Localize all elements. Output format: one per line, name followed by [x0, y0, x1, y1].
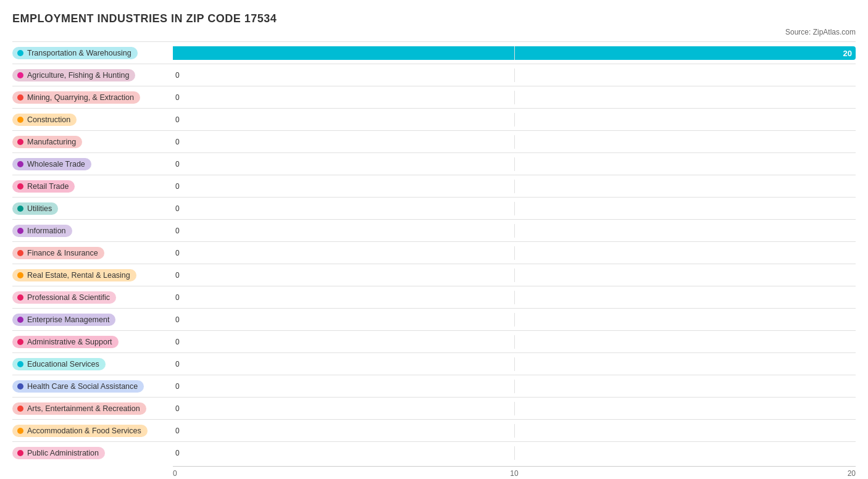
- bar-container: 0: [173, 335, 856, 349]
- grid-line-icon: [514, 180, 515, 193]
- bar-row: Agriculture, Fishing & Hunting0: [12, 64, 856, 86]
- bar-container: 0: [173, 135, 856, 149]
- label-area: Public Administration: [12, 447, 173, 459]
- bar-label: Information: [27, 227, 66, 235]
- label-dot-icon: [17, 117, 23, 123]
- bar-row: Retail Trade0: [12, 175, 856, 197]
- bar-row: Enterprise Management0: [12, 308, 856, 330]
- source-label: Source: ZipAtlas.com: [12, 28, 856, 36]
- label-area: Information: [12, 225, 173, 237]
- grid-line-icon: [514, 446, 515, 460]
- bar-label: Enterprise Management: [27, 315, 109, 324]
- bar-container: 0: [173, 269, 856, 282]
- label-area: Administrative & Support: [12, 336, 173, 348]
- bar-container: 0: [173, 291, 856, 304]
- bar-label: Professional & Scientific: [27, 293, 110, 302]
- bar-row: Health Care & Social Assistance0: [12, 375, 856, 397]
- bar-row: Mining, Quarrying, & Extraction0: [12, 86, 856, 108]
- label-area: Professional & Scientific: [12, 291, 173, 304]
- label-area: Finance & Insurance: [12, 247, 173, 259]
- label-area: Retail Trade: [12, 180, 173, 193]
- bar-row: Finance & Insurance0: [12, 241, 856, 264]
- bar-value: 0: [175, 182, 180, 191]
- label-dot-icon: [17, 228, 23, 234]
- label-dot-icon: [17, 50, 23, 56]
- chart-title: EMPLOYMENT INDUSTRIES IN ZIP CODE 17534: [12, 12, 856, 25]
- bar-container: 0: [173, 113, 856, 127]
- grid-line-icon: [514, 135, 515, 149]
- grid-line-icon: [514, 157, 515, 171]
- x-axis-label: 10: [401, 467, 628, 478]
- label-dot-icon: [17, 183, 23, 190]
- bar-value: 0: [175, 93, 180, 102]
- bar-row: Information0: [12, 219, 856, 241]
- label-dot-icon: [17, 206, 23, 212]
- bar-value: 0: [175, 449, 180, 457]
- grid-line-icon: [514, 269, 515, 282]
- bar-row: Transportation & Warehousing20: [12, 41, 856, 64]
- bar-row: Manufacturing0: [12, 130, 856, 152]
- bar-label: Utilities: [27, 204, 52, 213]
- grid-line-icon: [514, 246, 515, 260]
- grid-line-icon: [514, 91, 515, 104]
- bar-container: 0: [173, 91, 856, 104]
- bar-value: 0: [175, 160, 180, 169]
- bar-value: 0: [175, 138, 180, 146]
- bar-row: Wholesale Trade0: [12, 152, 856, 175]
- label-area: Mining, Quarrying, & Extraction: [12, 91, 173, 104]
- bar-row: Accommodation & Food Services0: [12, 419, 856, 441]
- grid-line-icon: [514, 380, 515, 393]
- bar-row: Administrative & Support0: [12, 330, 856, 352]
- bar-label: Real Estate, Rental & Leasing: [27, 271, 130, 280]
- x-axis-label: 20: [628, 467, 856, 478]
- label-area: Manufacturing: [12, 136, 173, 148]
- label-dot-icon: [17, 339, 23, 345]
- grid-line-icon: [514, 202, 515, 215]
- bar-container: 0: [173, 246, 856, 260]
- bar-container: 0: [173, 224, 856, 238]
- grid-line-icon: [514, 335, 515, 349]
- grid-line-icon: [514, 313, 515, 327]
- bar-row: Public Administration0: [12, 441, 856, 464]
- bar-label: Educational Services: [27, 360, 99, 369]
- bar-value: 0: [175, 293, 180, 302]
- bar-value: 0: [175, 271, 180, 280]
- bar-label: Mining, Quarrying, & Extraction: [27, 93, 134, 102]
- label-dot-icon: [17, 94, 23, 101]
- bar-container: 0: [173, 157, 856, 171]
- grid-line-icon: [514, 46, 515, 60]
- bar-label: Construction: [27, 115, 70, 124]
- label-area: Agriculture, Fishing & Hunting: [12, 69, 173, 81]
- bar-label: Retail Trade: [27, 182, 69, 191]
- bar-container: 20: [173, 46, 856, 60]
- label-area: Transportation & Warehousing: [12, 47, 173, 59]
- label-dot-icon: [17, 383, 23, 389]
- bar-container: 0: [173, 69, 856, 82]
- bar-value: 0: [175, 360, 180, 369]
- bar-row: Professional & Scientific0: [12, 286, 856, 308]
- bar-container: 0: [173, 446, 856, 460]
- bar-value: 0: [175, 115, 180, 124]
- bar-value: 0: [175, 404, 180, 413]
- bar-row: Construction0: [12, 108, 856, 130]
- label-dot-icon: [17, 72, 23, 78]
- label-area: Accommodation & Food Services: [12, 425, 173, 437]
- label-area: Wholesale Trade: [12, 158, 173, 170]
- label-dot-icon: [17, 161, 23, 167]
- x-axis-label: 0: [173, 467, 401, 478]
- label-dot-icon: [17, 361, 23, 367]
- label-area: Health Care & Social Assistance: [12, 380, 173, 393]
- grid-line-icon: [514, 224, 515, 238]
- bar-label: Agriculture, Fishing & Hunting: [27, 71, 129, 80]
- bar-container: 0: [173, 313, 856, 327]
- label-area: Educational Services: [12, 358, 173, 370]
- bar-label: Finance & Insurance: [27, 249, 98, 257]
- label-dot-icon: [17, 294, 23, 301]
- bar-row: Educational Services0: [12, 352, 856, 375]
- bar-container: 0: [173, 402, 856, 415]
- bar-value: 20: [843, 48, 852, 57]
- label-area: Real Estate, Rental & Leasing: [12, 269, 173, 281]
- grid-line-icon: [514, 291, 515, 304]
- bar-container: 0: [173, 424, 856, 438]
- label-dot-icon: [17, 406, 23, 412]
